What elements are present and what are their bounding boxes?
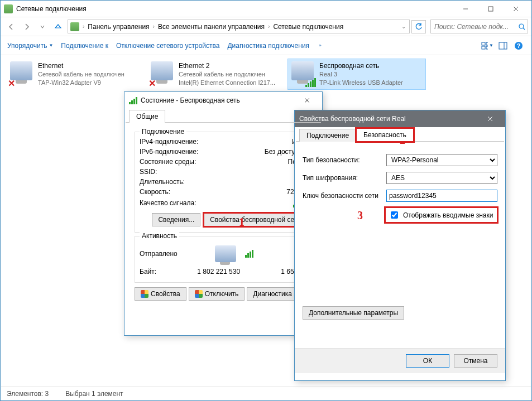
connection-device: Intel(R) Ethernet Connection I217... [179, 79, 275, 87]
chevron-down-icon[interactable]: ⌄ [400, 23, 407, 30]
network-key-input[interactable] [386, 190, 497, 202]
connection-device: TAP-Win32 Adapter V9 [38, 79, 124, 87]
search-box[interactable] [430, 20, 528, 33]
back-button[interactable] [4, 20, 18, 34]
connection-name: Беспроводная сеть [319, 61, 403, 70]
security-type-row: Тип безопасности: WPA2-Personal [303, 154, 497, 166]
svg-rect-10 [499, 42, 507, 49]
svg-line-5 [523, 28, 525, 30]
connection-name: Ethernet [38, 61, 124, 70]
search-icon [519, 23, 525, 30]
wireless-properties-dialog: Свойства беспроводной сети Real Подключе… [294, 110, 506, 381]
status-dialog: Состояние - Беспроводная сеть Общие Подк… [124, 91, 323, 336]
status-selection: Выбран 1 элемент [65, 390, 123, 398]
wireless-properties-button[interactable]: Свойства беспроводной сети [204, 213, 307, 226]
disconnected-icon: ✕ [148, 78, 157, 87]
refresh-button[interactable] [411, 20, 426, 33]
minimize-button[interactable] [453, 1, 478, 17]
organize-menu[interactable]: Упорядочить▼ [7, 42, 53, 50]
connections-list: ✕ Ethernet Сетевой кабель не подключен T… [1, 55, 531, 93]
show-characters-row: Отображать вводимые знаки [385, 207, 497, 223]
search-input[interactable] [433, 22, 519, 31]
dialog-titlebar: Свойства беспроводной сети Real [295, 110, 505, 127]
toolbar: Упорядочить▼ Подключение к Отключение се… [1, 36, 531, 55]
tab-row: Подключение Безопасность [295, 128, 505, 142]
properties-button[interactable]: Свойства [135, 287, 186, 301]
signal-icon [129, 97, 137, 104]
close-button[interactable] [503, 1, 528, 17]
connection-icon: ✕ [10, 61, 33, 85]
encryption-type-row: Тип шифрования: AES [303, 172, 497, 184]
connection-item-ethernet2[interactable]: ✕ Ethernet 2 Сетевой кабель не подключен… [147, 59, 285, 90]
shield-icon [195, 290, 203, 298]
breadcrumb[interactable]: › Панель управления › Все элементы панел… [68, 20, 410, 33]
forward-button[interactable] [20, 20, 34, 34]
view-icons-button[interactable]: ▼ [481, 40, 493, 52]
tab-connection[interactable]: Подключение [299, 129, 356, 142]
svg-rect-9 [486, 46, 488, 49]
show-characters-checkbox[interactable] [391, 211, 398, 219]
window-title: Сетевые подключения [16, 5, 453, 13]
disable-button[interactable]: Отключить [189, 287, 245, 301]
chevron-right-icon: › [82, 23, 85, 30]
svg-text:?: ? [517, 42, 521, 49]
status-bar: Элементов: 3 Выбран 1 элемент [1, 386, 531, 400]
tab-row: Общие [124, 110, 322, 123]
tab-security[interactable]: Безопасность [356, 128, 414, 142]
dialog-titlebar: Состояние - Беспроводная сеть [124, 92, 322, 109]
nav-bar: › Панель управления › Все элементы панел… [1, 17, 531, 36]
connection-name: Ethernet 2 [179, 61, 275, 70]
location-icon [70, 22, 79, 31]
close-button[interactable] [296, 94, 318, 107]
chevron-right-icon: › [267, 23, 271, 30]
connection-status: Сетевой кабель не подключен [38, 70, 124, 79]
group-connection: Подключение IPv4-подключение:Инте IPv6-п… [135, 132, 312, 233]
dialog-title: Свойства беспроводной сети Real [299, 115, 480, 123]
title-bar: Сетевые подключения [1, 1, 531, 17]
diagnose-button[interactable]: Диагностика подключения» [227, 42, 321, 50]
breadcrumb-seg[interactable]: Панель управления [85, 23, 151, 31]
close-button[interactable] [480, 112, 501, 125]
connection-device: TP-Link Wireless USB Adapter [319, 79, 403, 87]
preview-pane-button[interactable] [497, 40, 509, 52]
diagnose-button[interactable]: Диагностика [247, 287, 298, 301]
connection-icon [291, 61, 315, 85]
activity-icon [215, 245, 257, 262]
advanced-settings-button[interactable]: Дополнительные параметры [303, 306, 404, 320]
connect-to-button[interactable]: Подключение к [61, 42, 108, 50]
status-count: Элементов: 3 [7, 390, 49, 398]
help-button[interactable]: ? [512, 40, 525, 52]
up-button[interactable] [51, 20, 65, 34]
disable-device-button[interactable]: Отключение сетевого устройства [116, 42, 219, 50]
connection-status: Real 3 [319, 70, 403, 79]
svg-rect-1 [488, 7, 493, 11]
security-type-select[interactable]: WPA2-Personal [386, 154, 497, 166]
group-activity: Активность Отправлено При Байт: 1 802 22… [135, 236, 312, 283]
breadcrumb-seg[interactable]: Сетевые подключения [271, 23, 346, 31]
connection-item-wireless[interactable]: Беспроводная сеть Real 3 TP-Link Wireles… [287, 59, 426, 90]
svg-point-4 [519, 24, 524, 28]
breadcrumb-seg[interactable]: Все элементы панели управления [156, 23, 267, 31]
maximize-button[interactable] [478, 1, 503, 17]
shield-icon [141, 290, 148, 298]
connection-status: Сетевой кабель не подключен [179, 70, 275, 79]
encryption-type-select[interactable]: AES [386, 172, 497, 184]
svg-rect-8 [482, 46, 485, 49]
ok-button[interactable]: ОК [406, 354, 449, 368]
chevron-right-icon: › [152, 23, 156, 30]
svg-rect-7 [486, 42, 488, 45]
svg-rect-6 [482, 42, 485, 45]
details-button[interactable]: Сведения... [152, 213, 200, 226]
recent-dropdown[interactable] [35, 20, 50, 34]
dialog-title: Состояние - Беспроводная сеть [141, 96, 296, 104]
signal-icon [305, 78, 316, 87]
app-icon [4, 4, 13, 13]
connection-icon: ✕ [151, 61, 174, 85]
cancel-button[interactable]: Отмена [454, 354, 497, 368]
tab-general[interactable]: Общие [129, 110, 165, 123]
disconnected-icon: ✕ [8, 78, 17, 87]
network-key-row: Ключ безопасности сети [303, 190, 497, 202]
dialog-footer: ОК Отмена [295, 348, 505, 373]
connection-item-ethernet[interactable]: ✕ Ethernet Сетевой кабель не подключен T… [6, 59, 145, 90]
